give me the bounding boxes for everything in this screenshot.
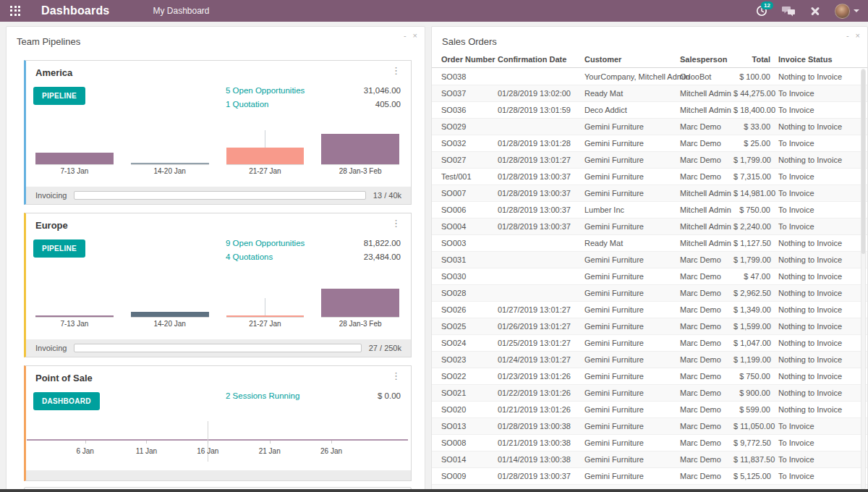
scrollbar-thumb[interactable]: [861, 69, 865, 254]
close-icon[interactable]: ×: [856, 31, 860, 40]
table-row[interactable]: SO031Gemini FurnitureMarc Demo$ 1,799.00…: [432, 251, 867, 268]
panel-controls: - ×: [404, 31, 417, 40]
open-opportunities-link[interactable]: 9 Open Opportunities: [226, 239, 305, 247]
table-row[interactable]: SO038YourCompany, Mitchell AdminOdooBot$…: [432, 68, 867, 85]
table-row[interactable]: SO03701/28/2019 13:02:00Ready MatMitchel…: [432, 85, 867, 101]
bar-label: 21-27 Jan: [249, 320, 281, 328]
table-row[interactable]: SO00801/21/2019 13:00:38Gemini Furniture…: [432, 434, 867, 451]
bar-label: 7-13 Jan: [60, 167, 88, 175]
cell: Gemini Furniture: [584, 372, 680, 381]
table-row[interactable]: SO02701/28/2019 13:01:27Gemini Furniture…: [432, 151, 867, 168]
bar-28 Jan-3 Feb[interactable]: [321, 134, 399, 164]
table-row[interactable]: SO03601/28/2019 13:01:59Deco AddictMitch…: [432, 101, 867, 118]
axis-tick: [146, 441, 147, 444]
table-row[interactable]: SO01301/28/2019 13:00:38Gemini Furniture…: [432, 417, 867, 434]
user-menu[interactable]: [835, 4, 859, 19]
cell: SO025: [441, 322, 498, 331]
close-icon[interactable]: ×: [413, 31, 417, 40]
cell: SO024: [441, 339, 498, 347]
column-header[interactable]: Customer: [584, 55, 680, 64]
column-header[interactable]: Salesperson: [680, 55, 733, 64]
column-header[interactable]: Confirmation Date: [498, 55, 584, 64]
table-row[interactable]: SO02401/25/2019 13:01:27Gemini Furniture…: [432, 334, 867, 351]
table-row[interactable]: SO030Gemini FurnitureMarc Demo$ 47.00Not…: [432, 268, 867, 284]
app-title[interactable]: Dashboards: [41, 4, 109, 17]
open-opportunities-link[interactable]: 5 Open Opportunities: [226, 86, 305, 95]
cell: SO014: [441, 455, 498, 464]
panel-title: Team Pipelines: [17, 36, 80, 47]
stats-block: 5 Open Opportunities 31,046.00 1 Quotati…: [226, 86, 401, 109]
table-row[interactable]: SO02601/27/2019 13:01:27Gemini Furniture…: [432, 301, 867, 318]
table-row[interactable]: SO00701/28/2019 13:00:37Gemini Furniture…: [432, 184, 867, 201]
table-row[interactable]: SO02101/22/2019 13:01:26Gemini Furniture…: [432, 384, 867, 401]
bar-7-13 Jan[interactable]: [35, 315, 114, 317]
table-row[interactable]: SO028Gemini FurnitureMarc Demo$ 2,962.50…: [432, 284, 867, 301]
menu-my-dashboard[interactable]: My Dashboard: [153, 6, 209, 16]
pipeline-button[interactable]: PIPELINE: [33, 87, 85, 105]
quotations-link[interactable]: 4 Quotations: [226, 253, 273, 261]
kebab-menu-icon[interactable]: ⋮: [388, 373, 404, 380]
bar-7-13 Jan[interactable]: [35, 153, 114, 164]
table-row[interactable]: SO02001/21/2019 13:01:26Gemini Furniture…: [432, 401, 867, 417]
cell: Gemini Furniture: [584, 422, 680, 430]
minimize-icon[interactable]: -: [404, 31, 407, 40]
axis-line: [35, 164, 114, 165]
table-row[interactable]: SO00901/28/2019 13:00:37Gemini Furniture…: [432, 467, 867, 484]
cell: Gemini Furniture: [584, 438, 680, 447]
column-header[interactable]: Order Number: [441, 55, 498, 64]
activity-clock-icon[interactable]: 12: [754, 4, 769, 18]
quotation-link[interactable]: 1 Quotation: [226, 100, 268, 109]
kebab-menu-icon[interactable]: ⋮: [388, 220, 404, 227]
cell: Marc Demo: [680, 272, 733, 281]
table-row[interactable]: SO02301/24/2019 13:01:27Gemini Furniture…: [432, 351, 867, 368]
cell: 01/28/2019 13:01:59: [498, 106, 584, 114]
table-row[interactable]: SO03201/28/2019 13:01:28Gemini Furniture…: [432, 135, 867, 151]
column-header[interactable]: Invoice Status: [770, 55, 854, 64]
stat-row: 5 Open Opportunities 31,046.00: [226, 86, 401, 95]
kebab-menu-icon[interactable]: ⋮: [388, 67, 404, 75]
column-header[interactable]: Total: [733, 55, 770, 64]
invoicing-label: Invoicing: [35, 191, 67, 200]
table-row[interactable]: SO01401/14/2019 13:00:38Gemini Furniture…: [432, 451, 867, 467]
bar-14-20 Jan[interactable]: [131, 163, 209, 164]
cell: $ 1,127.50: [733, 239, 770, 247]
cell: $ 5,125.00: [733, 472, 770, 480]
cell: SO036: [441, 106, 498, 114]
cell: $ 1,799.00: [733, 156, 770, 164]
cell: Ready Mat: [584, 239, 680, 247]
chart-slot: 7-13 Jan: [27, 153, 122, 175]
sessions-running-link[interactable]: 2 Sessions Running: [226, 391, 299, 400]
messages-icon[interactable]: [781, 4, 796, 18]
table-row[interactable]: SO00401/28/2019 13:00:37Gemini Furniture…: [432, 218, 867, 234]
table-row[interactable]: SO02201/23/2019 13:01:26Gemini Furniture…: [432, 368, 867, 384]
table-row[interactable]: SO02501/26/2019 13:01:27Gemini Furniture…: [432, 318, 867, 334]
table-row[interactable]: SO003Ready MatMitchell Admin$ 1,127.50No…: [432, 234, 867, 251]
cell: Marc Demo: [680, 339, 733, 347]
tools-icon[interactable]: [808, 4, 822, 18]
table-row[interactable]: SO029Gemini FurnitureMarc Demo$ 33.00Not…: [432, 118, 867, 135]
invoicing-footer: Invoicing 27 / 250k: [26, 339, 411, 357]
axis-line: [226, 317, 305, 318]
minimize-icon[interactable]: -: [846, 31, 849, 40]
bar-label: 21-27 Jan: [249, 167, 281, 175]
card-head: Point of Sale ⋮: [26, 366, 411, 383]
table-row[interactable]: SO00601/28/2019 13:00:37Lumber IncMitche…: [432, 201, 867, 218]
cell: 01/28/2019 13:01:28: [498, 139, 584, 148]
cell: 01/28/2019 13:00:37: [498, 472, 584, 480]
table-row[interactable]: Test/00101/28/2019 13:00:37Gemini Furnit…: [432, 168, 867, 184]
chart-slot: 21-27 Jan: [218, 148, 313, 175]
bar-28 Jan-3 Feb[interactable]: [321, 289, 399, 317]
invoicing-progress-bar[interactable]: [74, 344, 361, 352]
vertical-scrollbar[interactable]: [861, 69, 866, 490]
apps-menu-icon[interactable]: [10, 6, 21, 17]
cell: Mitchell Admin: [680, 189, 733, 198]
bar-21-27 Jan[interactable]: [226, 315, 305, 317]
cell: Marc Demo: [680, 172, 733, 181]
bar-14-20 Jan[interactable]: [131, 312, 209, 317]
cell: OdooBot: [680, 72, 733, 81]
dashboard-button[interactable]: DASHBOARD: [33, 392, 100, 410]
bar-21-27 Jan[interactable]: [226, 148, 305, 164]
invoicing-progress-bar[interactable]: [74, 191, 365, 200]
pipeline-button[interactable]: PIPELINE: [33, 239, 85, 258]
cell: 01/28/2019 13:01:27: [498, 156, 584, 164]
